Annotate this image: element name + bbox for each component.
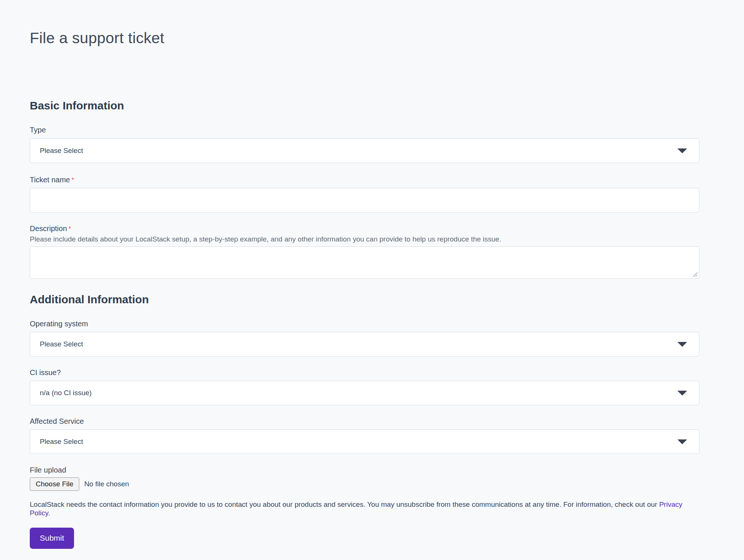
operating-system-select-value: Please Select [40, 340, 83, 348]
description-label-text: Description [30, 224, 67, 233]
ci-issue-select[interactable]: n/a (no CI issue) [30, 381, 699, 405]
operating-system-select[interactable]: Please Select [30, 332, 699, 356]
ticket-name-input[interactable] [30, 188, 699, 212]
section-heading-additional: Additional Information [30, 293, 699, 306]
field-label-ticket-name: Ticket name* [30, 175, 699, 185]
required-asterisk: * [71, 176, 74, 184]
support-ticket-form: File a support ticket Basic Information … [30, 0, 699, 549]
ticket-name-label-text: Ticket name [30, 176, 70, 184]
file-status-text: No file chosen [84, 480, 129, 488]
affected-service-select-value: Please Select [40, 438, 83, 446]
file-upload-field: Choose File No file chosen [30, 477, 699, 491]
type-select-value: Please Select [40, 147, 83, 155]
field-label-ci-issue: CI issue? [30, 368, 699, 377]
field-label-operating-system: Operating system [30, 319, 699, 329]
page-title: File a support ticket [30, 0, 699, 47]
description-help-text: Please include details about your LocalS… [30, 235, 699, 244]
chevron-down-icon [677, 391, 687, 396]
chevron-down-icon [677, 439, 687, 444]
description-field-wrap [30, 246, 699, 279]
field-label-file-upload: File upload [30, 465, 699, 475]
affected-service-select[interactable]: Please Select [30, 429, 699, 454]
ci-issue-select-value: n/a (no CI issue) [40, 389, 92, 397]
submit-button[interactable]: Submit [30, 528, 74, 549]
field-label-type: Type [30, 125, 699, 135]
field-label-affected-service: Affected Service [30, 417, 699, 426]
chevron-down-icon [677, 148, 687, 153]
privacy-note: LocalStack needs the contact information… [30, 500, 699, 518]
field-label-description: Description* [30, 224, 699, 233]
privacy-text-period: . [48, 509, 50, 517]
privacy-text: LocalStack needs the contact information… [30, 500, 659, 508]
required-asterisk: * [68, 225, 71, 233]
chevron-down-icon [677, 342, 687, 347]
section-heading-basic: Basic Information [30, 99, 699, 112]
description-textarea[interactable] [30, 246, 699, 279]
choose-file-button[interactable]: Choose File [30, 477, 79, 491]
resize-handle-icon[interactable] [692, 271, 698, 278]
type-select[interactable]: Please Select [30, 138, 699, 163]
